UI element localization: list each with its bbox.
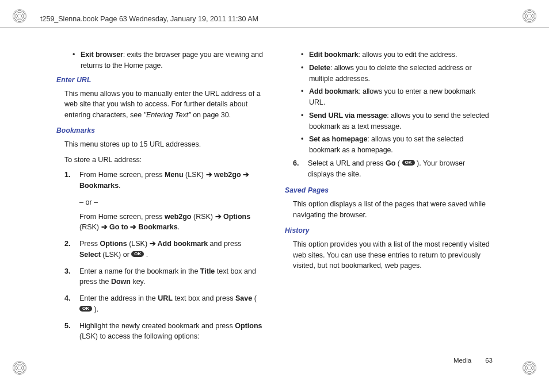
crop-mark-icon bbox=[13, 9, 26, 23]
step-6: 6. Select a URL and press Go ( OK ). You… bbox=[293, 158, 493, 180]
step-3: 3. Enter a name for the bookmark in the … bbox=[64, 266, 264, 288]
opt-set-homepage: • Set as homepage: allows you to set the… bbox=[301, 134, 493, 156]
ok-icon: OK bbox=[131, 251, 144, 257]
step-1-alt: From Home screen, press web2go (RSK) ➔ O… bbox=[79, 212, 264, 233]
paragraph-bookmarks-intro: This menu stores up to 15 URL addresses. bbox=[64, 139, 264, 150]
ok-icon: OK bbox=[79, 306, 92, 312]
paragraph-history: This option provides you with a list of … bbox=[293, 239, 493, 271]
document-header: t259_Sienna.book Page 63 Wednesday, Janu… bbox=[40, 14, 258, 25]
heading-saved-pages: Saved Pages bbox=[285, 185, 493, 195]
step-2: 2. Press Options (LSK) ➔ Add bookmark an… bbox=[64, 239, 264, 260]
crop-mark-icon bbox=[13, 361, 26, 375]
paragraph-bookmarks-store: To store a URL address: bbox=[64, 155, 264, 166]
footer-section: Media bbox=[453, 357, 471, 364]
bullet-exit-browser: • Exit browser: exits the browser page y… bbox=[73, 49, 264, 71]
step-5: 5. Highlight the newly created bookmark … bbox=[64, 321, 264, 343]
opt-edit-bookmark: • Edit bookmark: allows you to edit the … bbox=[301, 49, 493, 60]
step-1-or: – or – bbox=[79, 197, 264, 208]
footer-page-number: 63 bbox=[485, 357, 493, 364]
opt-send-url: • Send URL via message: allows you to se… bbox=[301, 110, 493, 132]
paragraph-enter-url: This menu allows you to manually enter t… bbox=[64, 89, 264, 121]
ok-icon: OK bbox=[402, 160, 415, 166]
crop-mark-icon bbox=[523, 9, 536, 23]
paragraph-saved-pages: This option displays a list of the pages… bbox=[293, 199, 493, 221]
heading-enter-url: Enter URL bbox=[56, 75, 264, 85]
page-footer: Media63 bbox=[453, 356, 493, 366]
heading-bookmarks: Bookmarks bbox=[56, 125, 264, 136]
step-1: 1. From Home screen, press Menu (LSK) ➔ … bbox=[64, 170, 264, 191]
page-content: • Exit browser: exits the browser page y… bbox=[56, 49, 493, 358]
heading-history: History bbox=[285, 225, 493, 236]
crop-mark-icon bbox=[523, 361, 536, 375]
crop-line bbox=[0, 28, 549, 28]
opt-add-bookmark: • Add bookmark: allows you to enter a ne… bbox=[301, 86, 493, 108]
opt-delete: • Delete: allows you to delete the selec… bbox=[301, 63, 493, 84]
step-4: 4. Enter the address in the URL text box… bbox=[64, 293, 264, 315]
